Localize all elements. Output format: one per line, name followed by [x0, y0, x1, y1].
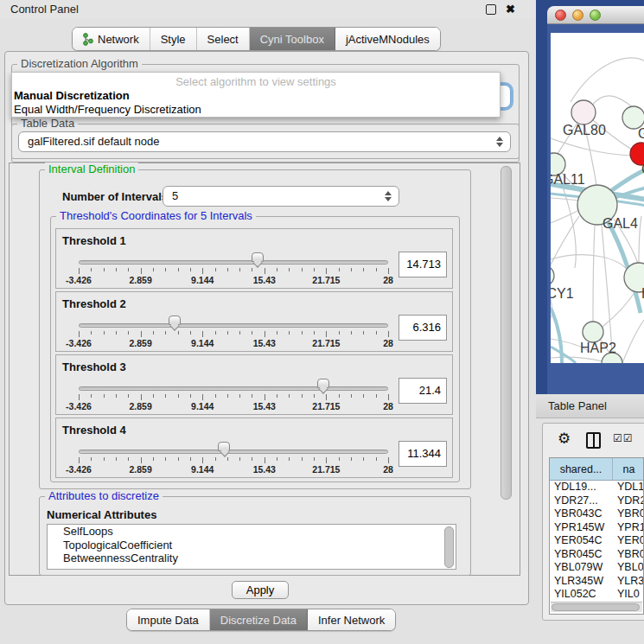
node-gal80[interactable]	[571, 100, 596, 124]
table-rows: YDL19...YDL1YDR27...YDR2YBR043CYBR0YPR14…	[550, 481, 643, 602]
threshold-value-field[interactable]: 6.316	[399, 315, 447, 341]
slider-handle[interactable]	[218, 442, 230, 451]
slider-track[interactable]	[79, 450, 388, 454]
slider-handle[interactable]	[169, 316, 181, 325]
threshold-panel-1: Threshold 1-3.4262.8599.14415.4321.71528…	[55, 228, 453, 289]
list-scrollbar[interactable]	[444, 526, 454, 568]
slider-handle[interactable]	[252, 252, 264, 262]
cell-shared-name: YLR345W	[554, 575, 603, 589]
combo-spinner-icon	[385, 190, 392, 202]
table-horizontal-scrollbar[interactable]	[551, 602, 642, 612]
threshold-label: Threshold 3	[62, 360, 126, 373]
close-panel-icon[interactable]: ✖	[506, 2, 515, 17]
table-panel-titlebar: Table Panel	[536, 394, 644, 418]
tab-cyni-toolbox[interactable]: Cyni Toolbox	[250, 28, 335, 50]
node-label-ga-partial: GA	[638, 126, 644, 141]
attributes-group-label: Attributes to discretize	[45, 489, 163, 502]
cell-name: YBL0	[617, 561, 644, 575]
scrollbar-thumb[interactable]	[552, 603, 640, 611]
close-window-icon[interactable]	[555, 10, 566, 21]
slider-track[interactable]	[79, 260, 388, 265]
table-row[interactable]: YDR27...YDR2	[550, 494, 643, 508]
discretization-algorithm-group-label: Discretization Algorithm	[17, 57, 142, 70]
table-data-combobox[interactable]: galFiltered.sif default node	[18, 131, 511, 152]
cell-name: YBR0	[617, 507, 644, 521]
application-window: Control Panel ✖ Network Style Select Cyn…	[0, 0, 644, 644]
zoom-window-icon[interactable]	[590, 10, 601, 21]
threshold-label: Threshold 1	[62, 234, 126, 247]
table-row[interactable]: YBR045CYBR0	[550, 548, 643, 562]
node-hap2[interactable]	[583, 322, 603, 342]
dropdown-option-manual-discretization[interactable]: Manual Discretization	[14, 89, 130, 102]
tab-network-label: Network	[98, 33, 139, 46]
cell-name: YBR0	[617, 548, 644, 562]
slider-track[interactable]	[79, 386, 388, 391]
tab-discretize-data[interactable]: Discretize Data	[210, 609, 308, 630]
control-panel-tabbar: Network Style Select Cyni Toolbox jActiv…	[72, 27, 441, 51]
select-checkboxes-icon[interactable]: ☑☑	[613, 432, 634, 444]
table-row[interactable]: YER054CYER0	[550, 534, 643, 548]
tab-select[interactable]: Select	[197, 28, 250, 50]
cell-shared-name: YBR045C	[554, 548, 603, 562]
slider-tick-labels: -3.4262.8599.14415.4321.71528	[79, 275, 388, 285]
threshold-value-field[interactable]: 11.344	[399, 441, 447, 467]
attribute-list-item[interactable]: SelfLoops	[48, 525, 456, 539]
column-header-name[interactable]: na	[613, 458, 644, 481]
cell-name: YER0	[617, 534, 644, 548]
cell-shared-name: YPR145W	[554, 521, 604, 535]
network-icon	[83, 33, 93, 46]
dropdown-placeholder: Select algorithm to view settings	[12, 75, 500, 88]
threshold-value-field[interactable]: 14.713	[399, 252, 447, 277]
node-gcy1[interactable]	[551, 265, 554, 286]
network-canvas[interactable]: GAL80 GA C GAL11 GAL4 GCY1 H HAP2	[551, 33, 644, 363]
numerical-attributes-list[interactable]: SelfLoopsTopologicalCoefficientBetweenne…	[47, 524, 456, 570]
table-row[interactable]: YIL052CYIL0	[550, 588, 643, 602]
interval-definition-label: Interval Definition	[45, 163, 138, 175]
threshold-panel-2: Threshold 2-3.4262.8599.14415.4321.71528…	[55, 291, 453, 352]
slider-handle[interactable]	[317, 379, 329, 388]
tab-impute-data[interactable]: Impute Data	[127, 609, 210, 630]
tab-jactivemnodules[interactable]: jActiveMNodules	[335, 28, 440, 50]
minimize-window-icon[interactable]	[572, 10, 583, 21]
column-header-shared-name[interactable]: shared...	[550, 458, 613, 481]
vertical-scrollbar[interactable]	[501, 166, 512, 500]
tab-network[interactable]: Network	[73, 28, 150, 50]
slider-tick-labels: -3.4262.8599.14415.4321.71528	[79, 338, 388, 348]
threshold-label: Threshold 4	[62, 424, 126, 437]
cell-shared-name: YDR27...	[554, 494, 598, 508]
tab-style[interactable]: Style	[150, 28, 197, 50]
threshold-panel-3: Threshold 3-3.4262.8599.14415.4321.71528…	[55, 354, 453, 415]
attribute-list-item[interactable]: TopologicalCoefficient	[48, 539, 456, 552]
slider-track[interactable]	[79, 323, 388, 328]
gear-icon[interactable]: ⚙	[558, 430, 571, 448]
table-header-row: shared... na	[550, 458, 644, 481]
network-window-titlebar[interactable]	[547, 6, 644, 24]
node-table: shared... na YDL19...YDL1YDR27...YDR2YBR…	[549, 457, 644, 615]
threshold-panel-4: Threshold 4-3.4262.8599.14415.4321.71528…	[55, 418, 453, 478]
cell-shared-name: YBL079W	[554, 561, 603, 575]
bottom-tabbar: Impute Data Discretize Data Infer Networ…	[126, 609, 396, 631]
attribute-list-item[interactable]: BetweennessCentrality	[48, 552, 456, 565]
cell-name: YDL1	[617, 481, 644, 494]
slider-tick-labels: -3.4262.8599.14415.4321.71528	[79, 401, 388, 411]
network-nodes	[551, 100, 644, 363]
table-row[interactable]: YPR145WYPR1	[550, 521, 643, 535]
node-label-gal80: GAL80	[563, 123, 606, 137]
node-label-gal4: GAL4	[603, 216, 638, 231]
float-panel-icon[interactable]	[486, 4, 496, 15]
table-row[interactable]: YBR043CYBR0	[550, 507, 643, 521]
table-row[interactable]: YBL079WYBL0	[550, 561, 643, 575]
number-of-intervals-combobox[interactable]: 5	[163, 186, 399, 207]
threshold-value-field[interactable]: 21.4	[399, 378, 447, 404]
apply-button[interactable]: Apply	[232, 581, 289, 599]
columns-icon[interactable]	[586, 432, 601, 449]
thresholds-group-label: Threshold's Coordinates for 5 Intervals	[56, 209, 256, 222]
cell-name: YPR1	[617, 521, 644, 535]
tab-infer-network[interactable]: Infer Network	[308, 609, 395, 630]
table-panel-title: Table Panel	[548, 394, 607, 418]
table-row[interactable]: YLR345WYLR3	[550, 575, 643, 589]
table-row[interactable]: YDL19...YDL1	[550, 481, 643, 494]
cell-shared-name: YDL19...	[554, 481, 596, 494]
cell-name: YDR2	[617, 494, 644, 508]
dropdown-option-equal-width-frequency[interactable]: Equal Width/Frequency Discretization	[14, 103, 201, 116]
